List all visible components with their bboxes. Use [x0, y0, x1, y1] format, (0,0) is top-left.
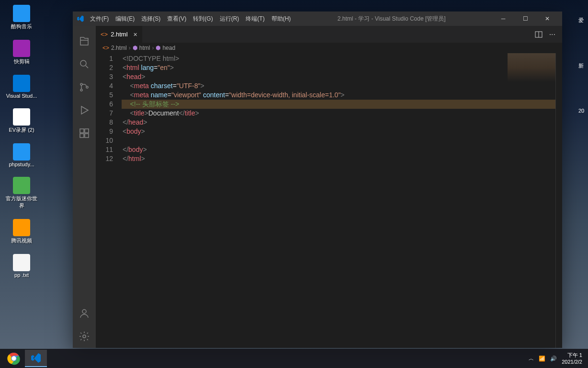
menu-item[interactable]: 运行(R)	[220, 15, 239, 23]
svg-point-8	[82, 310, 86, 313]
app-icon	[13, 219, 30, 236]
activity-bar	[73, 26, 96, 348]
tabs-bar: <> 2.html × ···	[96, 26, 562, 43]
svg-rect-4	[80, 129, 84, 133]
volume-icon[interactable]: 🔊	[550, 356, 557, 362]
code-line[interactable]	[122, 136, 562, 145]
breadcrumb-item[interactable]: head	[162, 45, 175, 51]
element-icon: ⬢	[133, 45, 137, 51]
code-line[interactable]: <html lang="en">	[122, 63, 562, 72]
code-line[interactable]: </html>	[122, 154, 562, 163]
run-debug-icon[interactable]	[73, 99, 96, 122]
code-line[interactable]: <meta charset="UTF-8">	[122, 81, 562, 91]
account-icon[interactable]	[73, 302, 96, 325]
desktop-shortcut[interactable]: phpstudy...	[5, 143, 38, 167]
menu-item[interactable]: 查看(V)	[167, 15, 186, 23]
menu-item[interactable]: 选择(S)	[141, 15, 160, 23]
editor-actions: ···	[535, 26, 562, 43]
taskbar-clock[interactable]: 下午 1 2021/2/2	[562, 352, 582, 365]
vscode-window: 文件(F)编辑(E)选择(S)查看(V)转到(G)运行(R)终端(T)帮助(H)…	[73, 12, 562, 348]
network-icon[interactable]: 📶	[539, 356, 545, 362]
app-icon	[13, 40, 30, 57]
app-icon	[13, 75, 30, 92]
breadcrumb[interactable]: <> 2.html › ⬢ html › ⬢ head	[96, 43, 562, 53]
breadcrumb-item[interactable]: html	[139, 45, 150, 51]
breadcrumb-item[interactable]: 2.html	[111, 45, 127, 51]
desktop-shortcut[interactable]: Visual Stud...	[5, 75, 38, 99]
search-icon[interactable]	[73, 53, 96, 76]
clock-time: 下午 1	[562, 352, 582, 358]
code-content[interactable]: <!DOCTYPE html><html lang="en"><head> <m…	[122, 53, 562, 348]
partial-label: 20	[578, 108, 588, 114]
split-editor-icon[interactable]	[535, 31, 543, 38]
vscode-logo-icon	[77, 15, 84, 23]
more-actions-icon[interactable]: ···	[549, 30, 555, 39]
minimap[interactable]	[508, 53, 555, 82]
code-line[interactable]: <body>	[122, 127, 562, 136]
shortcut-label: 快剪辑	[14, 58, 30, 65]
minimize-button[interactable]: ─	[492, 12, 514, 26]
scrollbar[interactable]	[555, 53, 562, 348]
partial-label: 新	[578, 62, 588, 69]
code-line[interactable]: </body>	[122, 145, 562, 154]
desktop-shortcut[interactable]: pp .txt	[5, 254, 38, 278]
code-editor[interactable]: 123456789101112 <!DOCTYPE html><html lan…	[96, 53, 562, 348]
desktop-icons: 酷狗音乐快剪辑Visual Stud...EV录屏 (2)phpstudy...…	[5, 5, 38, 278]
extensions-icon[interactable]	[73, 122, 96, 145]
menu-bar: 文件(F)编辑(E)选择(S)查看(V)转到(G)运行(R)终端(T)帮助(H)	[90, 15, 291, 23]
desktop-shortcut[interactable]: 腾讯视频	[5, 219, 38, 244]
close-button[interactable]: ✕	[536, 12, 558, 26]
menu-item[interactable]: 编辑(E)	[115, 15, 135, 23]
svg-point-2	[80, 89, 82, 91]
maximize-button[interactable]: ☐	[514, 12, 536, 26]
html-file-icon: <>	[102, 45, 109, 51]
menu-item[interactable]: 帮助(H)	[271, 15, 291, 23]
desktop-shortcut[interactable]: 酷狗音乐	[5, 5, 38, 30]
settings-icon[interactable]	[73, 325, 96, 348]
shortcut-label: 酷狗音乐	[11, 23, 32, 30]
svg-point-9	[83, 335, 86, 338]
shortcut-label: 官方版迷你世界	[5, 195, 38, 209]
code-line[interactable]: <meta name="viewport" content="width=dev…	[122, 91, 562, 100]
element-icon: ⬢	[156, 45, 160, 51]
app-icon	[13, 254, 30, 271]
svg-point-12	[11, 356, 16, 360]
source-control-icon[interactable]	[73, 76, 96, 99]
svg-rect-6	[80, 134, 84, 138]
taskbar-chrome[interactable]	[3, 350, 25, 367]
titlebar[interactable]: 文件(F)编辑(E)选择(S)查看(V)转到(G)运行(R)终端(T)帮助(H)…	[73, 12, 562, 26]
desktop-shortcut[interactable]: 官方版迷你世界	[5, 177, 38, 209]
tray-chevron-icon[interactable]: ︿	[529, 355, 534, 362]
shortcut-label: EV录屏 (2)	[9, 126, 34, 134]
menu-item[interactable]: 终端(T)	[246, 15, 264, 23]
code-line[interactable]: </head>	[122, 118, 562, 127]
system-tray: ︿ 📶 🔊 下午 1 2021/2/2	[529, 352, 585, 365]
explorer-icon[interactable]	[73, 30, 96, 53]
shortcut-label: phpstudy...	[9, 161, 34, 167]
tab-2html[interactable]: <> 2.html ×	[96, 26, 143, 43]
taskbar-vscode[interactable]	[25, 350, 47, 367]
shortcut-label: pp .txt	[14, 272, 29, 278]
code-line[interactable]: <title>Document</title>	[122, 109, 562, 118]
app-icon	[13, 177, 30, 194]
menu-item[interactable]: 转到(G)	[193, 15, 213, 23]
desktop-shortcut[interactable]: EV录屏 (2)	[5, 108, 38, 134]
desktop-right-partial: 爱新20	[578, 17, 588, 114]
shortcut-label: 腾讯视频	[11, 237, 32, 244]
editor-area: <> 2.html × ··· <> 2.html › ⬢ html › ⬢ h…	[96, 26, 562, 348]
app-icon	[13, 108, 30, 126]
code-line[interactable]: <head>	[122, 72, 562, 81]
code-line[interactable]: <!DOCTYPE html>	[122, 54, 562, 63]
partial-label: 爱	[578, 17, 588, 24]
close-tab-icon[interactable]: ×	[134, 31, 137, 38]
line-numbers: 123456789101112	[96, 53, 122, 348]
menu-item[interactable]: 文件(F)	[90, 15, 109, 23]
shortcut-label: Visual Stud...	[6, 93, 37, 99]
svg-rect-5	[85, 129, 89, 133]
app-icon	[13, 5, 30, 22]
window-title: 2.html - 学习 - Visual Studio Code [管理员]	[291, 15, 492, 23]
svg-point-3	[86, 86, 88, 88]
desktop-shortcut[interactable]: 快剪辑	[5, 40, 38, 65]
code-line[interactable]: <!-- 头部标签 -->	[122, 100, 562, 109]
svg-rect-7	[85, 134, 89, 138]
